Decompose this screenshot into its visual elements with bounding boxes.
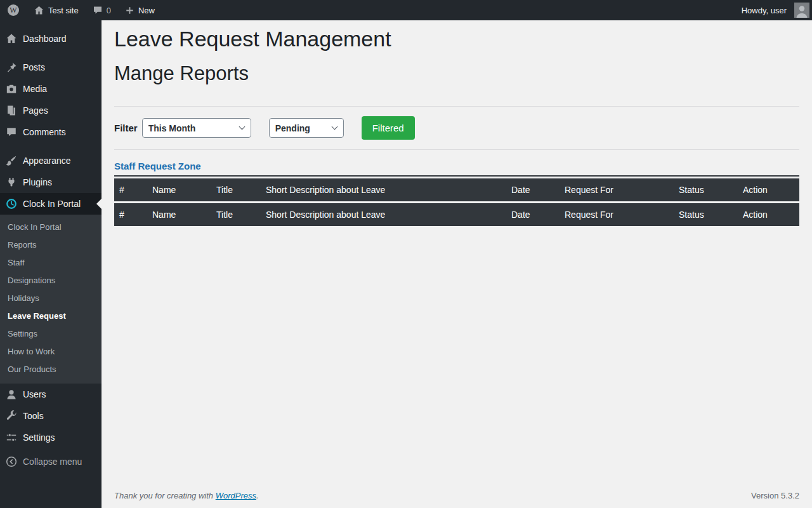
sidebar-item-label: Comments (23, 127, 66, 137)
sidebar-item-clock-in-portal[interactable]: Clock In Portal (0, 193, 102, 215)
plugins-plug-icon (0, 176, 23, 189)
divider (114, 149, 799, 150)
column-header-description: Short Description about Leave (261, 178, 506, 201)
site-name-menu[interactable]: Test site (27, 0, 86, 20)
cell-request-for: Request For (560, 203, 674, 226)
submenu-item-holidays[interactable]: Holidays (0, 290, 102, 307)
filter-bar: Filter This Month Pending Filtered (114, 116, 799, 140)
sidebar-item-label: Clock In Portal (23, 199, 81, 209)
version-text: Version 5.3.2 (751, 491, 799, 500)
column-header-name: Name (147, 178, 211, 201)
period-select[interactable]: This Month (142, 118, 251, 138)
page-subtitle: Mange Reports (114, 62, 799, 86)
dashboard-icon (0, 32, 23, 45)
comments-bubble-icon (0, 126, 23, 138)
sidebar-item-label: Plugins (23, 177, 52, 187)
sidebar-item-plugins[interactable]: Plugins (0, 171, 102, 193)
collapse-menu-label: Collapse menu (23, 457, 82, 467)
table-header-row: # Name Title Short Description about Lea… (114, 178, 799, 201)
submenu-item-our-products[interactable]: Our Products (0, 361, 102, 378)
page-title: Leave Request Management (114, 25, 799, 53)
users-icon (0, 388, 23, 401)
filter-label: Filter (114, 123, 138, 133)
column-header-action: Action (738, 178, 799, 201)
status-select-wrap: Pending (269, 118, 344, 138)
pages-icon (0, 104, 23, 117)
cell-action: Action (738, 203, 799, 226)
column-header-status: Status (674, 178, 738, 201)
wordpress-logo-icon: W (7, 4, 20, 17)
submenu-item-reports[interactable]: Reports (0, 236, 102, 254)
sidebar-item-dashboard[interactable]: Dashboard (0, 28, 102, 50)
admin-sidebar: Dashboard Posts Media Pages Commen (0, 20, 102, 508)
new-menu[interactable]: New (118, 0, 162, 20)
submenu-item-leave-request[interactable]: Leave Request (0, 307, 102, 325)
howdy-menu[interactable]: Howdy, user (735, 0, 812, 20)
footer-thanks-text: Thank you for creating with (114, 491, 213, 500)
comments-menu[interactable]: 0 (86, 0, 118, 20)
cell-status: Status (674, 203, 738, 226)
clock-icon (0, 197, 23, 210)
sidebar-item-label: Tools (23, 411, 44, 421)
sidebar-item-label: Dashboard (23, 34, 67, 44)
table-row: # Name Title Short Description about Lea… (114, 203, 799, 226)
sidebar-item-label: Appearance (23, 156, 71, 166)
sidebar-item-settings[interactable]: Settings (0, 427, 102, 448)
menu-separator (0, 50, 102, 57)
submenu-item-how-to-work[interactable]: How to Work (0, 343, 102, 361)
sidebar-item-label: Media (23, 84, 47, 94)
sidebar-item-label: Posts (23, 62, 45, 72)
avatar (794, 3, 809, 18)
admin-menu: Dashboard Posts Media Pages Commen (0, 20, 102, 472)
cell-title: Title (211, 203, 261, 226)
main-content: Leave Request Management Mange Reports F… (102, 0, 812, 508)
cell-date: Date (506, 203, 560, 226)
column-header-number: # (114, 178, 147, 201)
period-select-wrap: This Month (142, 118, 251, 138)
requests-table: # Name Title Short Description about Lea… (114, 175, 799, 228)
admin-footer: Thank you for creating with WordPress. V… (114, 491, 799, 500)
divider (114, 106, 799, 107)
howdy-text: Howdy, user (742, 6, 787, 15)
status-select[interactable]: Pending (269, 118, 344, 138)
comment-count: 0 (107, 6, 111, 15)
new-label: New (138, 6, 155, 15)
svg-text:W: W (10, 6, 17, 15)
sidebar-item-media[interactable]: Media (0, 78, 102, 100)
submenu-item-settings[interactable]: Settings (0, 325, 102, 343)
home-icon (34, 5, 44, 16)
media-camera-icon (0, 83, 23, 95)
menu-separator (0, 143, 102, 150)
settings-sliders-icon (0, 431, 23, 444)
collapse-menu-button[interactable]: Collapse menu (0, 451, 102, 472)
submenu-item-staff[interactable]: Staff (0, 254, 102, 272)
wordpress-link[interactable]: WordPress (216, 491, 256, 500)
site-name-label: Test site (48, 6, 79, 15)
column-header-request-for: Request For (560, 178, 674, 201)
cell-number: # (114, 203, 147, 226)
footer-thanks: Thank you for creating with WordPress. (114, 491, 259, 500)
sidebar-item-tools[interactable]: Tools (0, 405, 102, 427)
collapse-arrow-icon (0, 455, 23, 468)
sidebar-item-appearance[interactable]: Appearance (0, 150, 102, 171)
cell-name: Name (147, 203, 211, 226)
sidebar-item-label: Pages (23, 105, 48, 116)
admin-bar: W Test site 0 New Howdy, user (0, 0, 812, 20)
comment-bubble-icon (93, 5, 103, 15)
filtered-button[interactable]: Filtered (362, 116, 415, 140)
sidebar-item-posts[interactable]: Posts (0, 57, 102, 78)
posts-pin-icon (0, 61, 23, 74)
footer-period: . (256, 491, 259, 500)
clock-in-portal-submenu: Clock In Portal Reports Staff Designatio… (0, 215, 102, 384)
appearance-brush-icon (0, 154, 23, 167)
cell-description: Short Description about Leave (261, 203, 506, 226)
sidebar-item-label: Users (23, 389, 46, 399)
sidebar-item-pages[interactable]: Pages (0, 100, 102, 121)
wp-logo-menu[interactable]: W (0, 0, 27, 20)
sidebar-item-comments[interactable]: Comments (0, 121, 102, 143)
submenu-item-designations[interactable]: Designations (0, 272, 102, 290)
tools-wrench-icon (0, 410, 23, 422)
submenu-item-clock-in-portal[interactable]: Clock In Portal (0, 218, 102, 236)
sidebar-item-label: Settings (23, 432, 55, 443)
sidebar-item-users[interactable]: Users (0, 384, 102, 405)
